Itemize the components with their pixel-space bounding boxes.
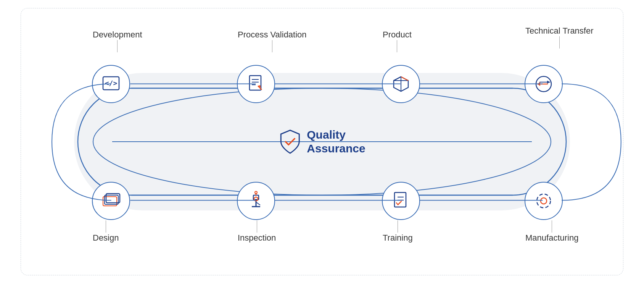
code-icon: </> [101,74,121,94]
svg-line-17 [401,77,408,81]
svg-point-37 [541,198,547,204]
svg-rect-8 [250,76,261,90]
label-process-validation: Process Validation [238,29,307,53]
checklist-icon [391,191,411,211]
label-design: Design [93,220,119,244]
label-manufacturing: Manufacturing [525,220,578,244]
qa-center: Quality Assurance [279,128,365,155]
svg-text:</>: </> [105,79,118,87]
svg-line-18 [394,77,401,81]
svg-line-31 [256,202,260,205]
qa-label-line2: Assurance [307,142,365,155]
svg-marker-23 [547,81,550,84]
label-technical-transfer: Technical Transfer [525,26,594,49]
shield-check-icon [279,129,301,155]
svg-marker-21 [537,82,540,86]
label-product: Product [383,29,412,53]
label-development: Development [93,29,142,53]
svg-point-38 [537,194,551,208]
diagram-card: </> [21,8,623,275]
qa-label-line1: Quality [307,128,365,142]
label-training: Training [383,220,413,244]
screen-layers-icon [101,191,121,211]
microscope-icon [246,191,266,211]
gear-icon [533,191,554,211]
transfer-icon [533,74,554,94]
svg-point-33 [255,191,257,194]
label-inspection: Inspection [238,220,276,244]
document-edit-icon [246,74,266,94]
box-icon [391,74,411,94]
